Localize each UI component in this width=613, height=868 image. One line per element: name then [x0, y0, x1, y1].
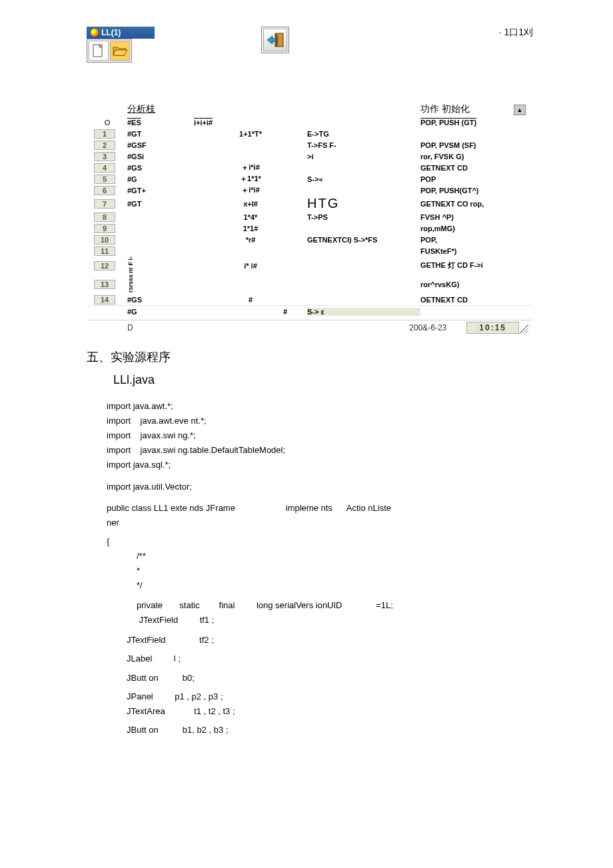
cell-stack: #GSF — [127, 141, 194, 149]
code-line: import javax.swi ng.*; — [107, 428, 533, 443]
col-header-stack: 分析枝 — [127, 103, 194, 117]
cell-input: 1+1*T* — [194, 130, 307, 138]
code-line: /** — [137, 549, 533, 564]
cell-stack: #GS — [127, 296, 194, 304]
cell-prod: HTG — [307, 196, 420, 211]
row-number: 4 — [94, 163, 115, 173]
exit-button[interactable] — [263, 29, 287, 51]
table-row: 91*1#rop,mMG) — [87, 222, 532, 234]
file-toolbar — [87, 39, 132, 63]
table-row: 81*4*T->PSFVSH ^P) — [87, 211, 532, 222]
cell-action: FVSH ^P) — [420, 213, 514, 221]
table-row: 11FUSKteF*) — [87, 245, 532, 256]
page-number: · 1口1刈 — [499, 27, 533, 39]
row-number: 9 — [94, 224, 115, 233]
cell-stack: #GT — [127, 200, 194, 208]
cell-input: ＋i*i# — [194, 163, 307, 173]
cell-stack: #GS — [127, 164, 194, 172]
cell-action: POP, PVSM (SF) — [420, 141, 514, 149]
scroll-up-icon[interactable]: ▲ — [514, 105, 526, 115]
new-file-button[interactable] — [89, 41, 109, 61]
row-number: 3 — [94, 152, 115, 161]
code-line: JButt on b1, b2 , b3 ; — [127, 723, 533, 737]
code-line: */ — [137, 578, 533, 593]
row-number: 8 — [94, 213, 115, 222]
code-line: import java.sql.*; — [107, 458, 533, 472]
table-row: 5#G＋1*1*S->«POP — [87, 173, 532, 185]
app-title: LL(1) — [101, 28, 121, 37]
cell-input: 1*4* — [194, 213, 307, 221]
app-icon — [91, 29, 99, 37]
row-number: 6 — [94, 186, 115, 195]
cell-action: GETNEXT CD — [420, 164, 514, 172]
cell-action: POP, PUSH (GT) — [420, 119, 514, 127]
row-number: 2 — [94, 141, 115, 150]
cell-prod: T->FS F- — [307, 141, 420, 149]
cell-action: OETNEXT CD — [420, 296, 514, 304]
cell-prod: GETNEXTCI) S->*FS — [307, 236, 420, 244]
cell-action: FUSKteF*) — [420, 247, 514, 255]
cell-action: GETHE 灯 CD F->i — [420, 260, 514, 270]
table-row: 12nr F i-i* i#GETHE 灯 CD F->i — [87, 256, 532, 274]
row-number: 12 — [94, 261, 115, 270]
cell-action: POP, — [420, 236, 514, 244]
cell-input: *r# — [194, 236, 307, 244]
code-line: JTextField tf1 ; — [137, 613, 533, 628]
row-number: 14 — [94, 295, 115, 304]
code-block: import java.awt.*; import java.awt.eve n… — [107, 399, 533, 737]
cell-action: POP — [420, 175, 514, 183]
cell-action: GETNEXT CO rop, — [420, 200, 514, 208]
analysis-grid: 分析枝 功作 初始化 ▲ O #ES i+i+i# POP, PUSH (GT)… — [87, 103, 533, 334]
section-subtitle: LLl.java — [113, 373, 533, 387]
table-row: 1#GT1+1*T*E->TG — [87, 128, 532, 139]
code-line: public class LL1 exte nds JFrame impleme… — [107, 501, 533, 516]
code-line: JTextField tf2 ; — [127, 633, 533, 648]
cell-stack: #G — [127, 175, 194, 183]
status-time: 10:15 — [466, 322, 519, 334]
table-row: 7#GTx+I#HTGGETNEXT CO rop, — [87, 196, 532, 211]
code-line: JLabel l ; — [127, 651, 533, 666]
col-header-action: 功作 初始化 — [420, 103, 514, 117]
row-number: 13 — [94, 280, 115, 289]
cell-prod: E->TG — [307, 130, 420, 138]
code-line: import java.awt.*; — [107, 399, 533, 414]
cell-input: # — [194, 296, 307, 304]
row-number: 5 — [94, 175, 115, 184]
table-row: 2#GSFT->FS F-POP, PVSM (SF) — [87, 139, 532, 151]
cell-action: POP, PUSH(GT^) — [420, 187, 514, 195]
cell-stack: rsrsss — [127, 274, 194, 294]
code-line: JPanel p1 , p2 , p3 ; — [127, 689, 533, 704]
cell-action: ror^rvsKG) — [420, 280, 514, 288]
row-number: 1 — [94, 129, 115, 139]
open-file-button[interactable] — [110, 41, 130, 61]
cell-action: rop,mMG) — [420, 224, 514, 232]
cell-prod: >i — [307, 153, 420, 161]
cell-stack: #GT — [127, 130, 194, 138]
code-line: private static final long serialVers ion… — [137, 598, 533, 613]
cell-prod: S->« — [307, 175, 420, 183]
code-line: * — [137, 564, 533, 578]
row-num-O: O — [87, 119, 127, 127]
cell-stack: #GT+ — [127, 187, 194, 195]
cell-stack: #ES — [127, 119, 194, 127]
status-date: 200&-6-23 — [409, 323, 446, 332]
app-title-bar: LL(1) — [87, 27, 155, 39]
code-line: import java.awt.eve nt.*; — [107, 414, 533, 428]
row-number: 10 — [94, 235, 115, 244]
section-title: 五、实验源程序 — [87, 349, 533, 365]
cell-input: i+i+i# — [194, 119, 307, 127]
table-row: 4#GS＋i*i#GETNEXT CD — [87, 162, 532, 173]
resize-grip-icon[interactable] — [519, 324, 528, 334]
row-number: 7 — [94, 199, 115, 209]
table-row: 3#GSi>iror, FVSK G) — [87, 151, 532, 162]
cell-action: ror, FVSK G) — [420, 153, 514, 161]
code-line: JButt on b0; — [127, 671, 533, 685]
status-D: D — [127, 323, 133, 332]
table-row: 13rsrsssror^rvsKG) — [87, 274, 532, 294]
code-line: import java.util.Vector; — [107, 480, 533, 494]
row-number: 11 — [94, 246, 115, 256]
cell-prod: T->PS — [307, 213, 420, 221]
cell-input: ＋1*1* — [194, 174, 307, 184]
code-line: { — [107, 534, 533, 549]
status-bar: D 200&-6-23 10:15 — [87, 320, 532, 334]
